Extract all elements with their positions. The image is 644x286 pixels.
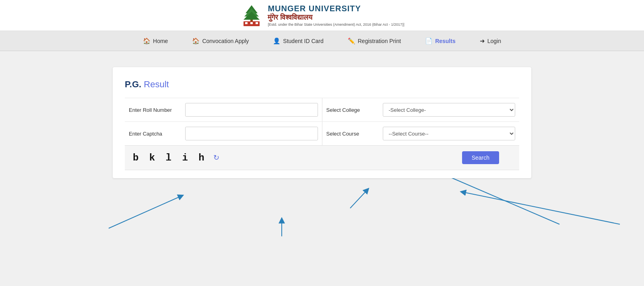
nav-results-label: Results xyxy=(435,38,456,44)
captcha-input[interactable] xyxy=(185,127,318,140)
nav-convocation-label: Convocation Apply xyxy=(202,38,249,44)
select-course-dropdown[interactable]: --Select Course-- xyxy=(383,127,516,140)
nav-registration-label: Registration Print xyxy=(358,38,401,44)
captcha-display-area: b k l i h ↻ xyxy=(133,152,219,163)
form-row-2: Enter Captcha Select Course --Select Cou… xyxy=(125,121,519,145)
nav-student-label: Student ID Card xyxy=(283,38,323,44)
svg-rect-5 xyxy=(245,22,248,24)
captcha-input-wrapper xyxy=(185,127,318,140)
navbar: 🏠 Home 🏠 Convocation Apply 👤 Student ID … xyxy=(0,31,644,51)
form-row-1: Enter Roll Number Select College -Select… xyxy=(125,98,519,121)
svg-line-15 xyxy=(463,192,620,224)
roll-number-input[interactable] xyxy=(185,103,318,117)
nav-login-label: Login xyxy=(487,38,501,44)
svg-rect-6 xyxy=(250,22,253,24)
university-text: MUNGER UNIVERSITY मुंगेर विश्वविद्यालय [… xyxy=(268,4,404,27)
roll-number-label: Enter Roll Number xyxy=(129,107,185,113)
form-title-pg: P.G. xyxy=(125,79,141,89)
roll-number-cell: Enter Roll Number xyxy=(125,98,322,121)
select-course-cell: Select Course --Select Course-- xyxy=(322,122,520,145)
main-content: P.G. Result Enter Roll Number Select Col… xyxy=(0,51,644,285)
search-button[interactable]: Search xyxy=(462,151,499,164)
header: MUNGER UNIVERSITY मुंगेर विश्वविद्यालय [… xyxy=(0,0,644,31)
captcha-refresh-icon[interactable]: ↻ xyxy=(213,153,219,162)
select-college-cell: Select College -Select College- xyxy=(322,98,520,121)
select-course-label: Select Course xyxy=(326,131,383,137)
results-icon: 📄 xyxy=(425,37,433,45)
roll-number-input-wrapper xyxy=(185,103,318,117)
nav-home[interactable]: 🏠 Home xyxy=(143,32,168,50)
university-name-hindi: मुंगेर विश्वविद्यालय xyxy=(268,13,404,22)
nav-login[interactable]: ➜ Login xyxy=(480,32,501,50)
captcha-text: b k l i h xyxy=(133,152,207,163)
captcha-label: Enter Captcha xyxy=(129,131,185,137)
home-icon: 🏠 xyxy=(143,37,151,45)
login-icon: ➜ xyxy=(480,37,485,45)
form-title: P.G. Result xyxy=(125,79,519,90)
svg-line-12 xyxy=(350,190,367,208)
university-name-english: MUNGER UNIVERSITY xyxy=(268,4,404,13)
select-college-input-wrapper: -Select College- xyxy=(383,103,516,117)
select-college-dropdown[interactable]: -Select College- xyxy=(383,103,516,117)
university-logo xyxy=(239,4,264,27)
nav-home-label: Home xyxy=(153,38,168,44)
student-icon: 👤 xyxy=(273,37,281,45)
captcha-input-cell: Enter Captcha xyxy=(125,122,322,145)
convocation-icon: 🏠 xyxy=(192,37,200,45)
svg-rect-7 xyxy=(256,22,258,24)
nav-convocation-apply[interactable]: 🏠 Convocation Apply xyxy=(192,32,249,50)
nav-student-id-card[interactable]: 👤 Student ID Card xyxy=(273,32,323,50)
nav-results[interactable]: 📄 Results xyxy=(425,32,456,50)
svg-line-13 xyxy=(443,174,559,224)
nav-registration-print[interactable]: ✏️ Registration Print xyxy=(348,32,401,50)
university-subtitle: [Estd. under the Bihar State Universitie… xyxy=(268,23,404,27)
select-college-label: Select College xyxy=(326,107,383,113)
registration-icon: ✏️ xyxy=(348,37,355,45)
form-title-result: Result xyxy=(144,79,169,89)
logo-area: MUNGER UNIVERSITY मुंगेर विश्वविद्यालय [… xyxy=(239,4,404,27)
form-card: P.G. Result Enter Roll Number Select Col… xyxy=(113,67,531,178)
svg-line-14 xyxy=(109,196,181,228)
select-course-input-wrapper: --Select Course-- xyxy=(383,127,516,140)
captcha-row: b k l i h ↻ Search xyxy=(125,145,519,170)
